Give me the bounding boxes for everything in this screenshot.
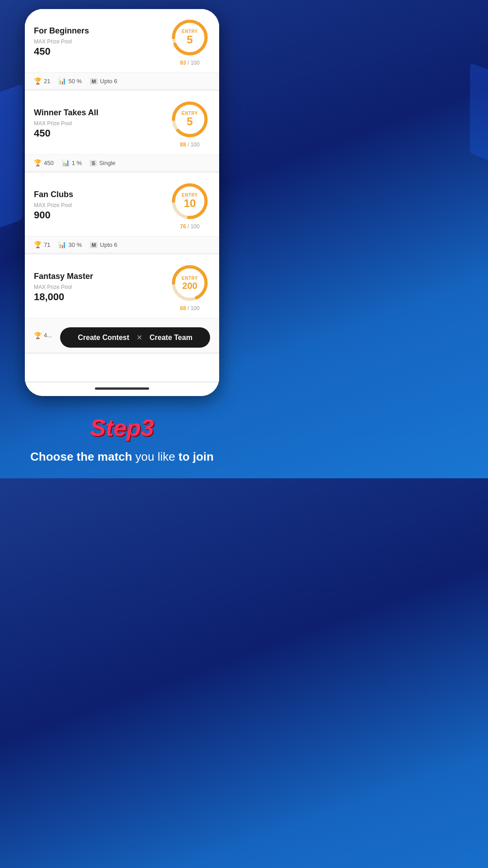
- stat-item-single: SSingle: [90, 159, 115, 166]
- entry-circle: Entry 5: [169, 99, 210, 140]
- entry-progress: 88 / 100: [180, 142, 199, 148]
- subtitle-bold2: to join: [178, 450, 214, 463]
- step-title: Step3: [9, 414, 235, 441]
- contest-main: Fantasy Master MAX Prize Pool 18,000 Ent…: [25, 255, 219, 318]
- contest-name: Winner Takes All: [34, 108, 169, 118]
- contest-card-winner-takes-all[interactable]: Winner Takes All MAX Prize Pool 450 Entr…: [25, 91, 219, 171]
- contest-footer: 🏆21 📊50 % MUpto 6: [25, 72, 219, 89]
- stat-item-trophy: 🏆450: [34, 159, 54, 166]
- action-bar-inner: Create Contest ✕ Create Team: [78, 333, 192, 342]
- entry-progress: 76 / 100: [180, 223, 199, 230]
- phone-bottom-bar: [25, 383, 219, 396]
- step-subtitle: Choose the match you like to join: [9, 448, 235, 465]
- contests-container: For Beginners MAX Prize Pool 450 Entry 5: [25, 9, 219, 381]
- stat-item-bar: 📊30 %: [58, 241, 82, 248]
- contest-info: Fan Clubs MAX Prize Pool 900: [34, 190, 169, 221]
- stat-item-multi: MUpto 6: [90, 241, 117, 248]
- entry-circle-wrap: Entry 5 93 / 100: [169, 17, 210, 66]
- contest-card-fan-clubs[interactable]: Fan Clubs MAX Prize Pool 900 Entry 10: [25, 173, 219, 253]
- contest-footer: 🏆71 📊30 % MUpto 6: [25, 236, 219, 253]
- create-team-button[interactable]: Create Team: [150, 334, 192, 342]
- contest-footer: 🏆4... Create Contest ✕ Create Team: [25, 318, 219, 352]
- contest-info: Fantasy Master MAX Prize Pool 18,000: [34, 272, 169, 303]
- entry-progress: 93 / 100: [180, 60, 199, 66]
- contest-info: For Beginners MAX Prize Pool 450: [34, 26, 169, 57]
- contest-prize-value: 450: [34, 127, 169, 139]
- subtitle-bold1: Choose the match: [30, 450, 132, 463]
- stat-item-bar: 📊1 %: [62, 159, 82, 166]
- stat-item-bar: 📊50 %: [58, 77, 82, 85]
- entry-value: 10: [184, 198, 196, 209]
- entry-circle-inner: Entry 5: [169, 17, 210, 58]
- entry-circle-wrap: Entry 5 88 / 100: [169, 99, 210, 148]
- entry-circle-inner: Entry 200: [169, 263, 210, 303]
- bottom-section: Step3 Choose the match you like to join: [0, 396, 244, 478]
- contest-prize-label: MAX Prize Pool: [34, 202, 169, 208]
- entry-value: 5: [187, 116, 192, 127]
- subtitle-normal: you like: [132, 450, 178, 463]
- stat-item-trophy: 🏆4...: [34, 332, 52, 339]
- contest-prize-label: MAX Prize Pool: [34, 120, 169, 127]
- action-bar[interactable]: Create Contest ✕ Create Team: [60, 327, 210, 348]
- contest-info: Winner Takes All MAX Prize Pool 450: [34, 108, 169, 139]
- contest-prize-value: 450: [34, 46, 169, 57]
- contest-name: For Beginners: [34, 26, 169, 36]
- stat-item-trophy: 🏆21: [34, 77, 50, 85]
- contest-card-for-beginners[interactable]: For Beginners MAX Prize Pool 450 Entry 5: [25, 9, 219, 89]
- stat-item-multi: MUpto 6: [90, 77, 117, 85]
- home-indicator: [95, 387, 149, 390]
- entry-value: 200: [182, 281, 197, 291]
- entry-circle: Entry 200: [169, 263, 210, 303]
- contest-card-fantasy-master[interactable]: Fantasy Master MAX Prize Pool 18,000 Ent…: [25, 255, 219, 352]
- entry-circle-wrap: Entry 10 76 / 100: [169, 181, 210, 230]
- contest-prize-value: 900: [34, 209, 169, 221]
- accent-left: [0, 84, 23, 232]
- contest-prize-label: MAX Prize Pool: [34, 38, 169, 45]
- entry-circle: Entry 5: [169, 17, 210, 58]
- contest-name: Fan Clubs: [34, 190, 169, 199]
- contest-main: For Beginners MAX Prize Pool 450 Entry 5: [25, 9, 219, 72]
- entry-value: 5: [187, 34, 192, 46]
- create-contest-button[interactable]: Create Contest: [78, 334, 129, 342]
- contest-prize-label: MAX Prize Pool: [34, 284, 169, 290]
- entry-progress: 68 / 100: [180, 305, 199, 311]
- partial-contest-card[interactable]: [25, 354, 219, 381]
- entry-circle-inner: Entry 10: [169, 181, 210, 222]
- contest-main: Fan Clubs MAX Prize Pool 900 Entry 10: [25, 173, 219, 236]
- entry-circle-wrap: Entry 200 68 / 100: [169, 263, 210, 311]
- stat-item-trophy: 🏆71: [34, 241, 50, 248]
- contest-footer: 🏆450 📊1 % SSingle: [25, 154, 219, 171]
- contest-main: Winner Takes All MAX Prize Pool 450 Entr…: [25, 91, 219, 154]
- entry-circle: Entry 10: [169, 181, 210, 222]
- phone-frame: For Beginners MAX Prize Pool 450 Entry 5: [25, 9, 219, 396]
- entry-label: Entry: [182, 276, 198, 281]
- contest-name: Fantasy Master: [34, 272, 169, 281]
- action-divider: ✕: [136, 333, 142, 342]
- contest-prize-value: 18,000: [34, 291, 169, 303]
- phone-screen: For Beginners MAX Prize Pool 450 Entry 5: [25, 9, 219, 383]
- entry-circle-inner: Entry 5: [169, 99, 210, 140]
